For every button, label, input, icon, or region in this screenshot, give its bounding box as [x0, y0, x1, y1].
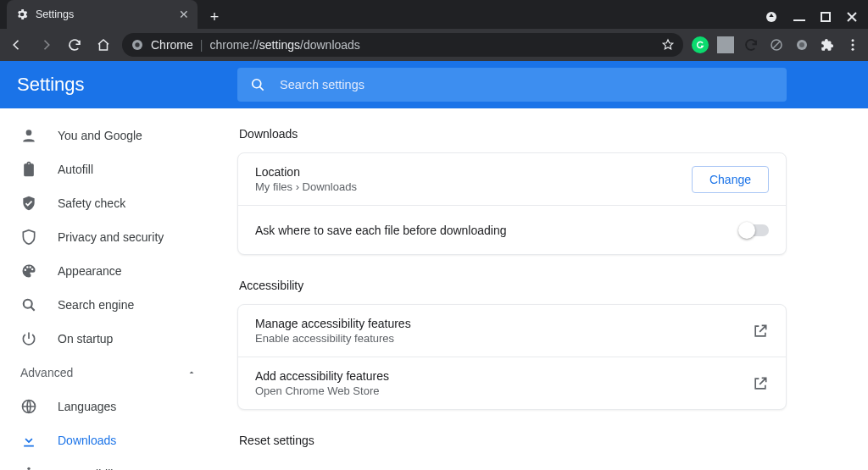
- section-title-reset: Reset settings: [239, 434, 787, 447]
- sidebar-group-label: Advanced: [20, 366, 73, 379]
- shield-icon: [20, 229, 37, 246]
- accessibility-card: Manage accessibility features Enable acc…: [237, 304, 787, 410]
- extension-circle-icon[interactable]: [793, 36, 810, 53]
- sidebar-item-accessibility[interactable]: Accessibility: [0, 457, 207, 470]
- downloads-card: Location My files › Downloads Change Ask…: [237, 152, 787, 255]
- home-button[interactable]: [93, 35, 114, 55]
- sidebar-item-privacy-security[interactable]: Privacy and security: [0, 220, 207, 254]
- settings-search-input[interactable]: [278, 77, 775, 92]
- maximize-icon[interactable]: [821, 12, 831, 22]
- menu-dots-icon[interactable]: [844, 36, 861, 53]
- sidebar-item-label: You and Google: [58, 129, 142, 142]
- open-external-icon: [752, 375, 769, 392]
- section-title-accessibility: Accessibility: [239, 279, 787, 292]
- address-bar[interactable]: Chrome | chrome://settings/downloads: [122, 33, 683, 57]
- svg-point-4: [135, 42, 139, 47]
- svg-point-10: [852, 48, 854, 51]
- svg-point-13: [24, 300, 32, 308]
- download-icon: [20, 432, 37, 449]
- sidebar-item-label: Safety check: [58, 196, 125, 210]
- sidebar-item-languages[interactable]: Languages: [0, 390, 207, 423]
- svg-point-9: [852, 44, 854, 47]
- sidebar-item-label: Privacy and security: [58, 230, 164, 244]
- browser-tab[interactable]: Settings ✕: [7, 0, 198, 29]
- close-icon[interactable]: ✕: [179, 8, 189, 21]
- omnibox-chip: Chrome: [151, 38, 193, 52]
- extension-blocked-icon[interactable]: [768, 36, 785, 53]
- forward-button[interactable]: [36, 35, 56, 55]
- ask-where-toggle[interactable]: [740, 224, 769, 236]
- svg-point-7: [799, 42, 804, 47]
- star-icon[interactable]: [661, 38, 675, 52]
- back-button[interactable]: [7, 35, 27, 55]
- section-title-downloads: Downloads: [239, 127, 787, 141]
- manage-accessibility-row[interactable]: Manage accessibility features Enable acc…: [238, 305, 786, 357]
- clipboard-icon: [20, 161, 37, 178]
- svg-point-8: [852, 39, 854, 41]
- gear-icon: [15, 8, 29, 21]
- svg-rect-2: [821, 13, 830, 21]
- search-icon: [249, 76, 266, 93]
- palette-icon: [20, 263, 37, 279]
- globe-icon: [20, 398, 37, 415]
- add-accessibility-sub: Open Chrome Web Store: [255, 384, 389, 397]
- chevron-up-icon: [186, 368, 197, 378]
- magnifier-icon: [20, 296, 37, 313]
- extension-grammarly-icon[interactable]: [692, 36, 709, 53]
- download-location-row: Location My files › Downloads Change: [238, 153, 786, 205]
- sidebar-item-on-startup[interactable]: On startup: [0, 322, 207, 356]
- minimize-icon[interactable]: [793, 11, 805, 23]
- app-bar: Settings: [0, 61, 868, 108]
- tab-title: Settings: [36, 8, 74, 20]
- sidebar-group-advanced[interactable]: Advanced: [0, 356, 217, 390]
- shield-check-icon: [20, 195, 37, 212]
- change-button[interactable]: Change: [692, 166, 769, 193]
- sidebar-item-label: Appearance: [58, 264, 122, 278]
- manage-accessibility-sub: Enable accessibility features: [255, 332, 411, 345]
- location-label: Location: [255, 165, 357, 179]
- sidebar-item-label: On startup: [58, 332, 113, 346]
- sidebar-item-downloads[interactable]: Downloads: [0, 423, 207, 457]
- sidebar-item-label: Autofill: [58, 163, 93, 176]
- sidebar-item-label: Search engine: [58, 298, 134, 312]
- person-icon: [20, 127, 37, 144]
- extension-reload-icon[interactable]: [743, 36, 760, 53]
- sidebar-item-appearance[interactable]: Appearance: [0, 254, 207, 288]
- extension-square-icon[interactable]: [717, 36, 734, 53]
- ask-where-row: Ask where to save each file before downl…: [238, 205, 786, 254]
- location-value: My files › Downloads: [255, 180, 357, 193]
- power-icon: [20, 330, 37, 347]
- close-window-icon[interactable]: [846, 11, 858, 23]
- url-text: chrome://settings/downloads: [209, 38, 359, 52]
- sidebar-item-safety-check[interactable]: Safety check: [0, 186, 207, 220]
- sidebar: You and Google Autofill Safety check Pri…: [0, 108, 217, 470]
- sidebar-item-autofill[interactable]: Autofill: [0, 152, 207, 186]
- svg-point-12: [26, 130, 32, 135]
- toolbar: Chrome | chrome://settings/downloads: [0, 29, 868, 61]
- accessibility-icon: [20, 466, 37, 470]
- content: Downloads Location My files › Downloads …: [217, 108, 868, 470]
- open-external-icon: [752, 323, 769, 340]
- reload-button[interactable]: [64, 35, 85, 55]
- sidebar-item-you-and-google[interactable]: You and Google: [0, 119, 207, 152]
- settings-search[interactable]: [237, 68, 787, 102]
- extensions-puzzle-icon[interactable]: [819, 36, 836, 53]
- svg-point-11: [253, 80, 261, 88]
- manage-accessibility-label: Manage accessibility features: [255, 317, 411, 330]
- account-circle-icon[interactable]: [765, 10, 778, 24]
- ask-where-label: Ask where to save each file before downl…: [255, 224, 507, 237]
- add-accessibility-label: Add accessibility features: [255, 369, 389, 383]
- sidebar-item-label: Downloads: [58, 434, 116, 447]
- sidebar-item-label: Languages: [58, 400, 116, 413]
- chrome-icon: [131, 38, 144, 52]
- svg-rect-1: [793, 19, 805, 21]
- add-accessibility-row[interactable]: Add accessibility features Open Chrome W…: [238, 357, 786, 409]
- app-title: Settings: [0, 74, 237, 96]
- window-controls: [765, 10, 868, 29]
- new-tab-button[interactable]: +: [203, 5, 226, 29]
- titlebar: Settings ✕ +: [0, 0, 868, 29]
- sidebar-item-search-engine[interactable]: Search engine: [0, 288, 207, 322]
